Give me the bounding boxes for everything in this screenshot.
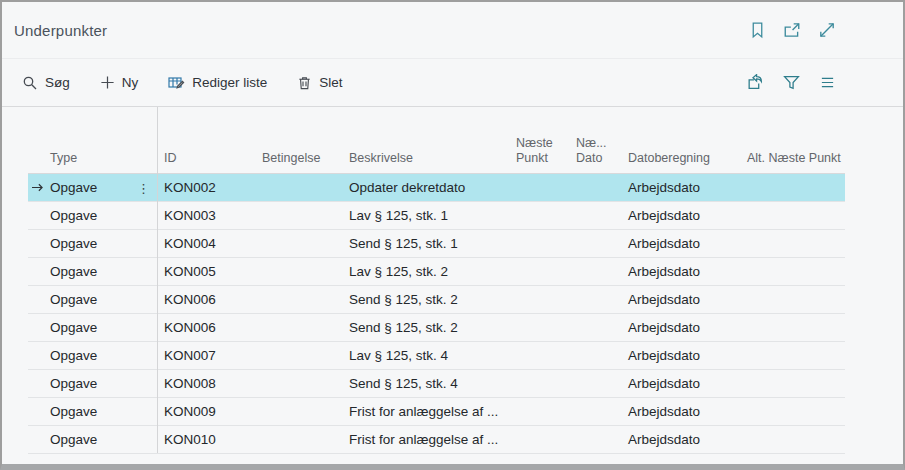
cell-type[interactable]: Opgave ⋮ bbox=[46, 376, 160, 391]
row-marker-cell bbox=[28, 378, 46, 389]
row-marker-cell bbox=[28, 322, 46, 333]
cell-id[interactable]: KON009 bbox=[160, 404, 258, 419]
cell-id[interactable]: KON004 bbox=[160, 236, 258, 251]
title-bar: Underpunkter bbox=[2, 2, 903, 59]
cell-beskrivelse[interactable]: Opdater dekretdato bbox=[345, 180, 512, 195]
column-header-datoberegning[interactable]: Datoberegning bbox=[624, 151, 743, 166]
cell-beskrivelse[interactable]: Send § 125, stk. 1 bbox=[345, 236, 512, 251]
list-grid: Type ID Betingelse Beskrivelse Næste Pun… bbox=[2, 107, 903, 454]
table-row[interactable]: Opgave ⋮ KON006 Send § 125, stk. 2 Arbej… bbox=[28, 286, 845, 314]
table-row[interactable]: Opgave ⋮ KON005 Lav § 125, stk. 2 Arbejd… bbox=[28, 258, 845, 286]
cell-type[interactable]: Opgave ⋮ bbox=[46, 320, 160, 335]
row-marker-cell bbox=[28, 182, 46, 193]
cell-datoberegning[interactable]: Arbejdsdato bbox=[624, 264, 743, 279]
cell-type[interactable]: Opgave ⋮ bbox=[46, 292, 160, 307]
cell-type[interactable]: Opgave ⋮ bbox=[46, 432, 160, 447]
cell-datoberegning[interactable]: Arbejdsdato bbox=[624, 376, 743, 391]
edit-list-label: Rediger liste bbox=[192, 75, 267, 90]
cell-beskrivelse[interactable]: Send § 125, stk. 2 bbox=[345, 292, 512, 307]
active-row-arrow-icon bbox=[31, 182, 44, 193]
cell-beskrivelse[interactable]: Frist for anlæggelse af ... bbox=[345, 404, 512, 419]
cell-type[interactable]: Opgave ⋮ bbox=[46, 264, 160, 279]
cell-id[interactable]: KON006 bbox=[160, 292, 258, 307]
table-row[interactable]: Opgave ⋮ KON007 Lav § 125, stk. 4 Arbejd… bbox=[28, 342, 845, 370]
cell-type[interactable]: Opgave ⋮ bbox=[46, 180, 160, 195]
title-actions bbox=[747, 2, 837, 58]
table-row[interactable]: Opgave ⋮ KON009 Frist for anlæggelse af … bbox=[28, 398, 845, 426]
cell-datoberegning[interactable]: Arbejdsdato bbox=[624, 180, 743, 195]
new-button[interactable]: Ny bbox=[100, 75, 139, 90]
edit-list-button[interactable]: Rediger liste bbox=[168, 75, 267, 91]
expand-fullscreen-icon[interactable] bbox=[817, 20, 837, 40]
cell-id[interactable]: KON002 bbox=[160, 180, 258, 195]
table-row[interactable]: Opgave ⋮ KON008 Send § 125, stk. 4 Arbej… bbox=[28, 370, 845, 398]
bookmark-icon[interactable] bbox=[747, 20, 767, 40]
filter-icon[interactable] bbox=[781, 73, 801, 93]
edit-list-icon bbox=[168, 75, 185, 91]
page-title: Underpunkter bbox=[14, 22, 107, 39]
row-marker-cell bbox=[28, 406, 46, 417]
list-view-icon[interactable] bbox=[817, 73, 837, 93]
cell-datoberegning[interactable]: Arbejdsdato bbox=[624, 348, 743, 363]
share-icon[interactable] bbox=[745, 73, 765, 93]
cell-type[interactable]: Opgave ⋮ bbox=[46, 208, 160, 223]
column-header-alt-naeste-punkt[interactable]: Alt. Næste Punkt bbox=[743, 151, 845, 166]
cell-datoberegning[interactable]: Arbejdsdato bbox=[624, 236, 743, 251]
column-header-nae-dato[interactable]: Næ... Dato bbox=[572, 136, 624, 166]
table-row[interactable]: Opgave ⋮ KON006 Send § 125, stk. 2 Arbej… bbox=[28, 314, 845, 342]
cell-type[interactable]: Opgave ⋮ bbox=[46, 348, 160, 363]
search-label: Søg bbox=[45, 75, 70, 90]
grid-header-row: Type ID Betingelse Beskrivelse Næste Pun… bbox=[28, 107, 845, 173]
cell-beskrivelse[interactable]: Frist for anlæggelse af ... bbox=[345, 432, 512, 447]
table-row[interactable]: Opgave ⋮ KON003 Lav § 125, stk. 1 Arbejd… bbox=[28, 202, 845, 230]
cell-beskrivelse[interactable]: Lav § 125, stk. 4 bbox=[345, 348, 512, 363]
cell-id[interactable]: KON003 bbox=[160, 208, 258, 223]
row-marker-cell bbox=[28, 266, 46, 277]
cell-id[interactable]: KON005 bbox=[160, 264, 258, 279]
cell-id[interactable]: KON010 bbox=[160, 432, 258, 447]
row-marker-cell bbox=[28, 210, 46, 221]
table-row[interactable]: Opgave ⋮ KON010 Frist for anlæggelse af … bbox=[28, 426, 845, 454]
cell-datoberegning[interactable]: Arbejdsdato bbox=[624, 208, 743, 223]
row-marker-cell bbox=[28, 294, 46, 305]
column-header-betingelse[interactable]: Betingelse bbox=[258, 151, 345, 166]
cell-id[interactable]: KON008 bbox=[160, 376, 258, 391]
table-body: Opgave ⋮ KON002 Opdater dekretdato Arbej… bbox=[28, 173, 845, 454]
command-bar-right bbox=[745, 59, 837, 106]
command-bar: Søg Ny Red bbox=[2, 59, 903, 107]
cell-datoberegning[interactable]: Arbejdsdato bbox=[624, 432, 743, 447]
cell-type[interactable]: Opgave ⋮ bbox=[46, 404, 160, 419]
delete-label: Slet bbox=[319, 75, 342, 90]
row-marker-cell bbox=[28, 238, 46, 249]
search-button[interactable]: Søg bbox=[22, 75, 70, 91]
cell-datoberegning[interactable]: Arbejdsdato bbox=[624, 292, 743, 307]
open-in-new-window-icon[interactable] bbox=[782, 20, 802, 40]
column-header-type[interactable]: Type bbox=[46, 151, 160, 166]
search-icon bbox=[22, 75, 38, 91]
new-label: Ny bbox=[122, 75, 139, 90]
table-row[interactable]: Opgave ⋮ KON002 Opdater dekretdato Arbej… bbox=[28, 174, 845, 202]
cell-beskrivelse[interactable]: Send § 125, stk. 4 bbox=[345, 376, 512, 391]
cell-beskrivelse[interactable]: Send § 125, stk. 2 bbox=[345, 320, 512, 335]
freeze-pane-divider bbox=[157, 107, 158, 453]
row-more-options-icon[interactable]: ⋮ bbox=[137, 181, 150, 194]
cell-beskrivelse[interactable]: Lav § 125, stk. 2 bbox=[345, 264, 512, 279]
row-marker-cell bbox=[28, 350, 46, 361]
cell-beskrivelse[interactable]: Lav § 125, stk. 1 bbox=[345, 208, 512, 223]
column-header-id[interactable]: ID bbox=[160, 151, 258, 166]
column-header-beskrivelse[interactable]: Beskrivelse bbox=[345, 151, 512, 166]
column-header-naeste-punkt[interactable]: Næste Punkt bbox=[512, 136, 572, 166]
trash-icon bbox=[297, 75, 312, 91]
cell-datoberegning[interactable]: Arbejdsdato bbox=[624, 320, 743, 335]
underpunkter-window: Underpunkter bbox=[0, 0, 905, 470]
cell-type[interactable]: Opgave ⋮ bbox=[46, 236, 160, 251]
plus-icon bbox=[100, 75, 115, 90]
delete-button[interactable]: Slet bbox=[297, 75, 342, 91]
row-marker-cell bbox=[28, 434, 46, 445]
cell-id[interactable]: KON007 bbox=[160, 348, 258, 363]
table-row[interactable]: Opgave ⋮ KON004 Send § 125, stk. 1 Arbej… bbox=[28, 230, 845, 258]
cell-datoberegning[interactable]: Arbejdsdato bbox=[624, 404, 743, 419]
cell-id[interactable]: KON006 bbox=[160, 320, 258, 335]
